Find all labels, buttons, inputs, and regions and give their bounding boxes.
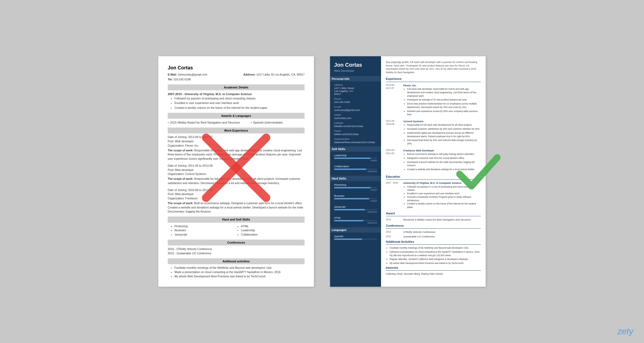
- linkedin-label: LinkedIn: [334, 122, 377, 124]
- skills-header: Hard and Soft Skills: [168, 217, 305, 223]
- activities-section-header: Additional Activities: [386, 240, 481, 245]
- award-text-2: Spanish (intermediate): [253, 120, 283, 125]
- right-title: Web Developer: [334, 69, 377, 72]
- skill-illustrator: Illustrator Expert: [334, 194, 377, 202]
- resume-left: Jon Cortas E-Mail: Johncortas@gmail.com …: [158, 56, 314, 287]
- sidebar: Jon Cortas Web Developer Personal Info A…: [330, 56, 381, 287]
- act-1: Facilitate monthly meetings of the Webfi…: [390, 246, 481, 250]
- bullet-dot-2: •: [251, 120, 252, 125]
- address-label: Address: [334, 84, 377, 86]
- exp-entry-1: 2013-06 - 2017-07 Flexor, Inc. Full stac…: [386, 84, 481, 117]
- exp-1-b4: Boosted user experience scores by 55% ov…: [407, 110, 481, 117]
- awards-header: Awards & Languages: [168, 113, 305, 119]
- exp-company-3: Freelance Web Developer: [403, 149, 481, 152]
- work-entry-2: Date of Joining: 2011-05 to 2013-06 Post…: [168, 164, 305, 185]
- conferences-section-header: Conferences: [386, 223, 481, 229]
- activities-list: Facilitate monthly meetings of the Webfi…: [168, 266, 305, 278]
- address-value: 1417 Libby Street Los Angeles, CA 90017: [334, 87, 377, 95]
- left-tel-row: Tel: 310-242-0196: [168, 77, 305, 82]
- work-entry-3: Date of Joining: 2010-06 to 2011-05 Post…: [168, 188, 305, 214]
- exp-dates-1: 2013-06 - 2017-07: [386, 84, 401, 117]
- skill-photoshop: Photoshop Expert: [334, 183, 377, 191]
- skill-5: Leadership: [241, 228, 305, 233]
- skill-collaboration-level: Advanced: [334, 170, 377, 173]
- award-section-header: Award: [386, 211, 481, 217]
- work-post-2: Post: Web developer: [168, 168, 305, 172]
- exp-1-b3: Drove best practice implementation for 2…: [407, 102, 481, 109]
- exp-1-b2: Prototyped an average of 25 new product …: [407, 98, 481, 102]
- exp-bullets-2: Responsible for full stack web developme…: [403, 123, 481, 146]
- edu-1-b1: Followed my passion in a core of prototy…: [407, 185, 481, 192]
- exp-3-b1: Built an ecommerce webapp to sell potty …: [407, 152, 481, 156]
- conf-year-1: 2016: [386, 230, 401, 234]
- award-year-1: 2015: [386, 218, 401, 222]
- left-name: Jon Cortas: [168, 64, 305, 72]
- twitter-label: Twitter: [334, 130, 377, 132]
- zety-logo: zety: [617, 326, 633, 336]
- interests-section-header: Interests: [386, 266, 481, 271]
- academic-entry: 2007-2010 - University of Virginia, M.S.…: [168, 92, 305, 110]
- main-content: Eye-poppingly prolific, full stack web d…: [381, 56, 486, 287]
- academic-bullets: Followed my passion of prototyping and c…: [168, 96, 305, 110]
- exp-2-b1: Responsible for full stack web developme…: [407, 123, 481, 127]
- left-email: E-Mail: Johncortas@gmail.com: [168, 73, 207, 77]
- skill-4: HTML: [241, 224, 305, 229]
- activities-header: Additonal activities: [168, 258, 305, 264]
- main-intro: Eye-poppingly prolific, full stack web d…: [386, 61, 481, 74]
- exp-details-2: Corend Systems Responsible for full stac…: [403, 120, 481, 146]
- work-date-1: Date of Joining: 2013-06 to 2017-07: [168, 135, 305, 139]
- academic-bullet-2: Excelled in user experience and user int…: [174, 101, 305, 105]
- skill-html-fill: [334, 220, 363, 221]
- exp-dates-2: 2011-05 - 2013-06: [386, 120, 401, 146]
- exp-2-b2: Increased customer satisfaction by 35% a…: [407, 127, 481, 131]
- phone-label: Phone: [334, 98, 377, 100]
- email-label: E-mail: [334, 106, 377, 108]
- edu-1-b4: Created a weekly column on the future of…: [407, 202, 481, 209]
- skill-collaboration-fill: [334, 169, 366, 170]
- work-scope-1: The scope of work: Responsible for end-t…: [168, 148, 305, 161]
- left-tel: Tel: 310-242-0196: [168, 77, 191, 82]
- skill-leadership-name: Leadership: [334, 154, 377, 157]
- activity-1: Facilitate monthly meetings of the Webfi…: [174, 266, 305, 270]
- skill-javascript-fill: [334, 209, 365, 210]
- work-scope-3: The scope of work: Built an ecommerce we…: [168, 201, 305, 214]
- work-scope-2: The scope of work: Responsible for full …: [168, 177, 305, 185]
- award-text-1: Received a Webby Award for Best Navigati…: [403, 218, 471, 222]
- hard-skills-header: Hard Skills: [330, 176, 381, 181]
- activity-3: My article Web Development Best Practice…: [174, 274, 305, 279]
- work-header: Work Experience: [168, 128, 305, 134]
- work-org-2: Organization: Corend Systems: [168, 172, 305, 176]
- act-4: My article Web Development Best Practice…: [390, 262, 481, 265]
- edu-details-1: University of Virginia, M.S. in Computer…: [403, 181, 481, 209]
- activity-2: Made a presentation on cloud computing a…: [174, 270, 305, 274]
- edu-1-b2: Excelled in user experience and user int…: [407, 192, 481, 195]
- www-value: JonCortas.com: [334, 117, 377, 120]
- left-contact-row: E-Mail: Johncortas@gmail.com Address: 14…: [168, 73, 305, 77]
- left-address: Address: 1417 Libby St Los Angeles, CA, …: [243, 73, 305, 77]
- phone-value: 310-242-0196: [334, 100, 377, 103]
- work-org-1: Organization: Flexor, Inc.: [168, 144, 305, 148]
- exp-company-1: Flexor, Inc.: [403, 84, 481, 87]
- personal-info-header: Personal Info: [330, 76, 381, 81]
- skill-spanish-name: Spanish: [334, 235, 377, 238]
- academic-bullet-3: Created a weekly column on the future of…: [174, 106, 305, 110]
- skill-photoshop-level: Expert: [334, 189, 377, 191]
- exp-details-1: Flexor, Inc. Full stack web developer re…: [403, 84, 481, 117]
- act-2: Delivered a presentation on cloud comput…: [390, 250, 481, 257]
- skill-3: Javascript: [174, 233, 238, 237]
- exp-3-b4: Created a website and donations webapp f…: [407, 168, 481, 171]
- award-item-1: • 2015 Webby Award for Best Navigation a…: [168, 120, 240, 125]
- award-item-2: • Spanish (intermediate): [251, 120, 283, 125]
- skill-illustrator-level: Expert: [334, 200, 377, 202]
- exp-details-3: Freelance Web Developer Built an ecommer…: [403, 149, 481, 172]
- conf-entry-2: 2015 Sustainable UX Conference: [386, 235, 481, 238]
- skill-photoshop-fill: [334, 187, 371, 188]
- stackoverflow-label: StackOverflow: [334, 138, 377, 140]
- academic-year-title: 2007-2010 - University of Virginia, M.S.…: [168, 92, 305, 96]
- exp-entry-3: 2010-06 - 2011-05 Freelance Web Develope…: [386, 149, 481, 172]
- work-date-2: Date of Joining: 2011-05 to 2013-06: [168, 164, 305, 168]
- skill-2: Illustrator: [174, 228, 238, 233]
- skill-spanish: Spanish: [334, 235, 377, 240]
- languages-header: Languages: [330, 227, 381, 233]
- exp-3-b2: Designed a customer web form for a local…: [407, 156, 481, 160]
